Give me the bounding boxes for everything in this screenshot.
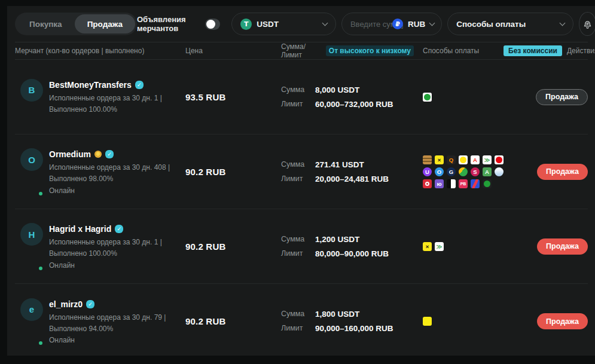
col-price: Цена xyxy=(185,47,281,55)
payment-method-icon: А xyxy=(471,155,480,164)
merchant-stats: Исполненные ордера за 30 дн. 408 | Выпол… xyxy=(49,162,182,184)
offer-row: B BestMoneyTransfers ✓ Исполненные ордер… xyxy=(15,60,588,134)
payment-method-icon xyxy=(471,179,480,188)
offer-row: H Hagrid x Hagrid ✓ Исполненные ордера з… xyxy=(15,209,588,284)
no-fee-badge[interactable]: Без комиссии xyxy=(504,45,562,56)
toolbar: Покупка Продажа Объявления мерчантов T U… xyxy=(15,6,588,42)
ruble-icon: ₽ xyxy=(392,19,403,29)
limit-label: Лимит xyxy=(281,324,307,333)
asset-select[interactable]: T USDT xyxy=(231,13,336,35)
payment-method-icon: ≫ xyxy=(435,242,444,251)
notification-bell-button[interactable] xyxy=(579,12,595,36)
col-amount-limit: Сумма/Лимит xyxy=(281,42,320,59)
payment-icons xyxy=(414,93,504,102)
gold-medal-icon xyxy=(94,151,102,158)
merchant-name[interactable]: BestMoneyTransfers xyxy=(49,80,132,90)
offer-price: 90.2 RUB xyxy=(185,167,281,177)
sell-button[interactable]: Продажа xyxy=(537,164,588,180)
limit-value: 20,000–24,481 RUB xyxy=(315,175,414,183)
fiat-currency-value[interactable]: RUB xyxy=(408,20,425,29)
limit-label: Лимит xyxy=(281,175,307,183)
sell-button[interactable]: Продажа xyxy=(537,313,588,329)
payment-methods-select[interactable]: Способы оплаты xyxy=(447,13,573,35)
amount-label: Сумма xyxy=(281,85,307,94)
online-dot xyxy=(38,340,44,346)
amount-label: Сумма xyxy=(281,235,307,244)
amount-value: 8,000 USDT xyxy=(315,85,414,94)
payment-method-icon: U xyxy=(423,167,432,176)
payment-method-icon xyxy=(459,155,468,164)
merchant-stats: Исполненные ордера за 30 дн. 79 | Выполн… xyxy=(49,312,182,334)
amount-label: Сумма xyxy=(281,310,307,319)
payment-method-icon xyxy=(447,179,456,188)
col-merchant: Мерчант (кол-во ордеров | выполнено) xyxy=(15,47,185,55)
online-status: Онлайн xyxy=(49,336,182,344)
online-dot xyxy=(38,265,44,271)
merchant-name[interactable]: el_mirz0 xyxy=(49,299,83,309)
asset-select-value: USDT xyxy=(257,20,279,29)
sell-button[interactable]: Продажа xyxy=(536,89,588,105)
amount-value: 271.41 USDT xyxy=(315,160,414,169)
offer-row: e el_mirz0 ✓ Исполненные ордера за 30 дн… xyxy=(15,284,588,359)
col-payment: Способы оплаты xyxy=(414,47,504,55)
payment-method-icon: ≫ xyxy=(483,155,492,164)
limit-value: 80,000–90,000 RUB xyxy=(315,249,414,258)
verified-badge-icon: ✓ xyxy=(86,300,94,308)
amount-value: 1,200 USDT xyxy=(315,235,414,244)
limit-value: 60,000–732,000 RUB xyxy=(315,100,414,109)
payment-method-icon: × xyxy=(423,242,432,251)
sort-order-chip[interactable]: От высокого к низкому xyxy=(326,45,414,56)
payment-method-icon: O xyxy=(435,167,444,176)
avatar[interactable]: B xyxy=(20,79,43,102)
limit-label: Лимит xyxy=(281,249,307,258)
payment-method-icon xyxy=(423,155,432,164)
verified-badge-icon: ✓ xyxy=(115,225,123,233)
avatar[interactable]: H xyxy=(20,223,43,246)
toggle-knob xyxy=(206,20,215,29)
avatar[interactable]: O xyxy=(20,148,43,171)
tab-buy[interactable]: Покупка xyxy=(17,14,75,33)
merchant-stats: Исполненные ордера за 30 дн. 1 | Выполне… xyxy=(49,93,182,115)
sell-button[interactable]: Продажа xyxy=(537,238,588,255)
tether-icon: T xyxy=(240,19,252,30)
offer-price: 90.2 RUB xyxy=(185,241,281,252)
payment-method-icon: РВ xyxy=(459,179,468,188)
payment-method-icon: Q xyxy=(447,155,456,164)
merchant-name[interactable]: Hagrid x Hagrid xyxy=(49,224,111,234)
payment-methods-label: Способы оплаты xyxy=(456,20,526,29)
payment-method-icon: S xyxy=(471,167,480,176)
payment-method-icon xyxy=(423,179,432,188)
online-status: Онлайн xyxy=(49,261,182,270)
online-status: Онлайн xyxy=(49,186,182,195)
payment-icons: ×≫ xyxy=(414,242,504,251)
tab-sell[interactable]: Продажа xyxy=(75,14,135,33)
payment-method-icon xyxy=(495,167,504,176)
amount-value: 1,800 USDT xyxy=(315,310,414,319)
payment-method-icon xyxy=(423,317,432,326)
chevron-down-icon xyxy=(322,20,328,26)
col-actions: Действия xyxy=(567,47,595,55)
payment-method-icon: A xyxy=(483,167,492,176)
payment-icons: ×QА≫UOGSAюРВ xyxy=(414,155,504,188)
payment-method-icon xyxy=(459,167,468,176)
payment-method-icon xyxy=(423,93,432,102)
avatar[interactable]: e xyxy=(20,298,43,321)
payment-method-icon: ю xyxy=(435,179,444,188)
chevron-down-icon[interactable] xyxy=(429,20,435,26)
offer-row: O Ormedium ✓ Исполненные ордера за 30 дн… xyxy=(15,134,588,209)
limit-label: Лимит xyxy=(281,100,307,109)
payment-method-icon xyxy=(483,179,492,188)
online-dot xyxy=(38,191,44,197)
bell-icon xyxy=(582,19,593,30)
merchant-name[interactable]: Ormedium xyxy=(49,149,91,159)
table-header: Мерчант (кол-во ордеров | выполнено) Цен… xyxy=(15,42,588,60)
buy-sell-tab-group: Покупка Продажа xyxy=(15,13,137,35)
payment-method-icon: G xyxy=(447,167,456,176)
merchant-ads-toggle[interactable] xyxy=(205,19,220,30)
p2p-offers-panel: Покупка Продажа Объявления мерчантов T U… xyxy=(7,6,595,356)
offer-price: 93.5 RUB xyxy=(185,92,281,102)
limit-value: 90,000–160,000 RUB xyxy=(315,324,414,333)
chevron-down-icon xyxy=(560,20,566,26)
amount-filter: ₽ RUB xyxy=(341,13,442,35)
payment-method-icon: × xyxy=(435,155,444,164)
